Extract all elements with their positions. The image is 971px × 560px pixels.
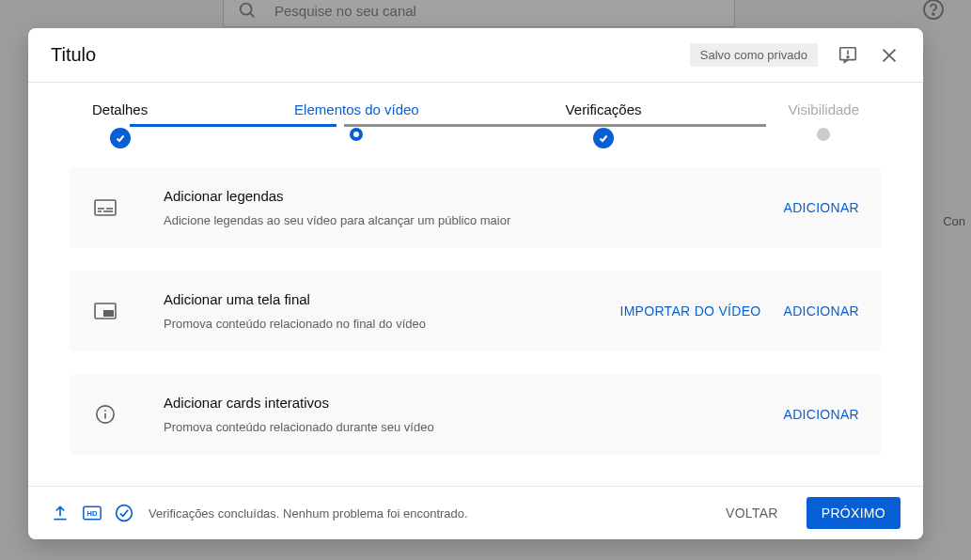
step-dot-done	[593, 128, 614, 148]
card-subtitles: Adicionar legendas Adicione legendas ao …	[70, 167, 882, 248]
back-button[interactable]: VOLTAR	[713, 497, 791, 529]
footer-status-group: HD Verificações concluídas. Nenhum probl…	[51, 504, 468, 522]
card-content: Adicionar cards interativos Promova cont…	[164, 395, 784, 434]
card-desc: Adicione legendas ao seu vídeo para alca…	[164, 213, 784, 227]
save-status-badge: Salvo como privado	[690, 43, 818, 67]
endscreen-icon	[92, 303, 118, 319]
close-button[interactable]	[878, 44, 901, 67]
card-endscreen: Adicionar uma tela final Promova conteúd…	[70, 271, 882, 351]
step-label: Visibilidade	[788, 101, 859, 117]
add-subtitles-button[interactable]: ADICIONAR	[784, 200, 860, 215]
info-icon	[92, 404, 118, 425]
add-cards-button[interactable]: ADICIONAR	[784, 407, 860, 422]
subtitles-icon	[92, 199, 118, 216]
check-circle-icon[interactable]	[115, 504, 133, 522]
modal-header: Titulo Salvo como privado	[28, 28, 923, 83]
step-dot-current	[350, 128, 363, 141]
svg-rect-9	[95, 200, 116, 215]
upload-modal: Titulo Salvo como privado Detalhes Eleme…	[28, 28, 923, 539]
svg-point-23	[117, 506, 133, 521]
step-label: Detalhes	[92, 101, 148, 117]
step-details[interactable]: Detalhes	[92, 101, 148, 148]
card-actions: ADICIONAR	[784, 407, 860, 422]
step-checks[interactable]: Verificações	[566, 101, 642, 148]
card-desc: Promova conteúdo relacionado no final do…	[164, 317, 619, 331]
step-label: Elementos do vídeo	[294, 101, 419, 117]
check-icon	[598, 132, 609, 144]
step-video-elements[interactable]: Elementos do vídeo	[294, 101, 419, 148]
close-icon	[879, 45, 900, 66]
import-from-video-button[interactable]: IMPORTAR DO VÍDEO	[619, 303, 760, 319]
modal-footer: HD Verificações concluídas. Nenhum probl…	[28, 486, 923, 539]
card-desc: Promova conteúdo relacionado durante seu…	[164, 420, 784, 434]
footer-status-text: Verificações concluídas. Nenhum problema…	[149, 506, 468, 521]
card-content: Adicionar uma tela final Promova conteúd…	[164, 291, 619, 331]
modal-body: Adicionar legendas Adicione legendas ao …	[28, 156, 923, 486]
step-dot-done	[110, 128, 131, 148]
card-actions: IMPORTAR DO VÍDEO ADICIONAR	[619, 303, 859, 319]
card-title: Adicionar cards interativos	[164, 395, 784, 411]
card-content: Adicionar legendas Adicione legendas ao …	[164, 188, 784, 227]
modal-header-actions: Salvo como privado	[690, 43, 901, 67]
footer-actions: VOLTAR PRÓXIMO	[713, 497, 901, 529]
svg-point-6	[847, 55, 849, 57]
feedback-icon	[838, 45, 858, 66]
card-actions: ADICIONAR	[784, 200, 860, 215]
step-visibility[interactable]: Visibilidade	[788, 101, 859, 148]
hd-icon[interactable]: HD	[83, 504, 102, 522]
card-cards: Adicionar cards interativos Promova cont…	[70, 374, 882, 455]
svg-point-17	[104, 410, 106, 412]
svg-text:HD: HD	[87, 509, 98, 518]
svg-rect-15	[103, 310, 114, 317]
upload-icon[interactable]	[51, 504, 70, 522]
check-icon	[115, 132, 126, 144]
card-title: Adicionar legendas	[164, 188, 784, 204]
add-endscreen-button[interactable]: ADICIONAR	[784, 303, 860, 319]
next-button[interactable]: PRÓXIMO	[807, 497, 901, 529]
step-label: Verificações	[566, 101, 642, 117]
stepper: Detalhes Elementos do vídeo Verificações…	[28, 83, 923, 156]
step-dot-disabled	[817, 128, 830, 141]
card-title: Adicionar uma tela final	[164, 291, 619, 307]
modal-title: Titulo	[51, 44, 96, 66]
feedback-button[interactable]	[837, 44, 859, 67]
